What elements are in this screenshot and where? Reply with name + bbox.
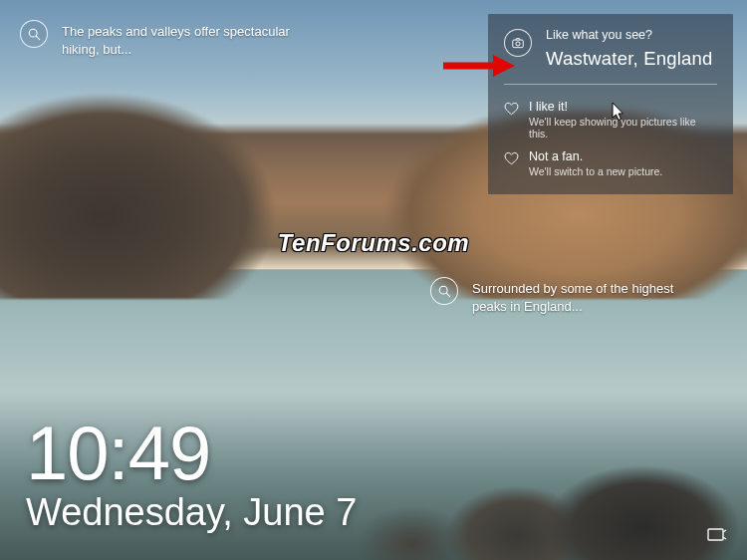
heart-icon [504,102,519,116]
svg-rect-2 [513,40,524,48]
search-icon [430,277,458,305]
spotlight-tip-top-left[interactable]: The peaks and valleys offer spectacular … [20,20,319,58]
search-icon [20,20,48,48]
dislike-button[interactable]: Not a fan. We'll switch to a new picture… [504,144,717,182]
heart-icon [504,151,519,165]
spotlight-location: Wastwater, England [546,48,712,70]
spotlight-tip-text: Surrounded by some of the highest peaks … [472,277,709,315]
divider [504,84,717,85]
like-title: I like it! [529,100,717,114]
wallpaper-foreground [329,401,747,560]
clock-date: Wednesday, June 7 [26,491,357,534]
svg-point-6 [439,286,447,294]
like-subtitle: We'll keep showing you pictures like thi… [529,116,717,140]
like-button[interactable]: I like it! We'll keep showing you pictur… [504,95,717,144]
svg-point-0 [29,29,37,37]
svg-rect-8 [708,529,723,540]
dislike-subtitle: We'll switch to a new picture. [529,165,662,177]
svg-line-7 [446,293,449,296]
network-status-icon[interactable] [707,526,727,542]
spotlight-tip-text: The peaks and valleys offer spectacular … [62,20,319,58]
spotlight-info-card: Like what you see? Wastwater, England I … [488,14,733,194]
svg-point-3 [516,42,520,46]
lockscreen-clock: 10:49 Wednesday, June 7 [26,418,357,534]
dislike-title: Not a fan. [529,149,662,163]
svg-line-1 [36,36,39,39]
spotlight-tip-mid[interactable]: Surrounded by some of the highest peaks … [430,277,709,315]
camera-icon [504,29,532,57]
spotlight-question: Like what you see? [546,28,712,42]
clock-time: 10:49 [26,418,357,489]
